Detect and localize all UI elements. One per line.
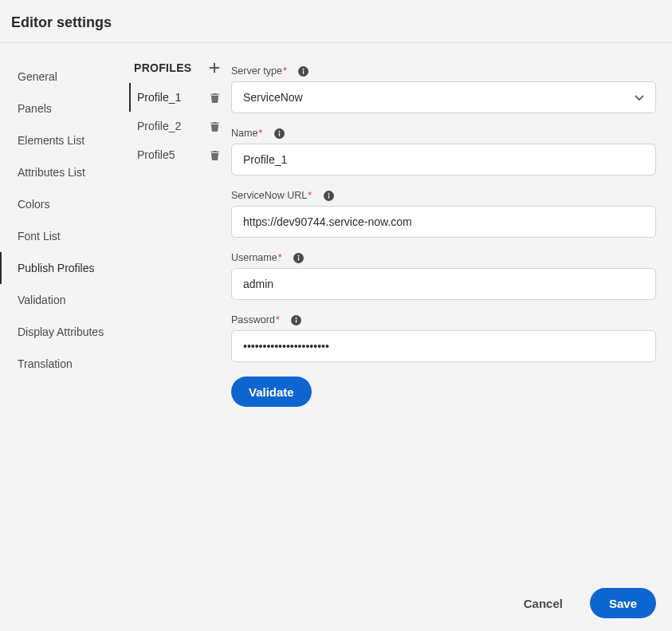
svg-point-10 (328, 192, 329, 194)
label-text: Username (231, 252, 277, 263)
profile-item-1[interactable]: Profile_1 (129, 83, 228, 112)
add-profile-button[interactable] (207, 61, 222, 75)
info-icon[interactable] (291, 314, 302, 325)
field-label: Username* (231, 252, 282, 263)
required-asterisk: * (258, 128, 262, 139)
label-text: Server type (231, 65, 282, 77)
nav-label: Panels (18, 102, 52, 115)
svg-point-4 (303, 68, 305, 69)
editor-settings-dialog: Editor settings General Panels Elements … (0, 0, 672, 631)
cancel-button[interactable]: Cancel (519, 596, 568, 611)
label-text: Name (231, 128, 257, 139)
label-text: Password (231, 314, 275, 325)
field-label: Name* (231, 128, 262, 139)
server-type-select-wrapper (231, 81, 656, 113)
profile-label: Profile_1 (137, 91, 181, 104)
profile-item-3[interactable]: Profile5 (129, 140, 228, 169)
info-icon[interactable] (293, 252, 305, 263)
settings-nav: General Panels Elements List Attributes … (0, 43, 129, 407)
svg-point-7 (278, 130, 280, 132)
nav-item-display-attributes[interactable]: Display Attributes (0, 316, 129, 348)
required-asterisk: * (283, 65, 287, 77)
field-password: Password* (231, 314, 656, 362)
nav-label: Validation (18, 294, 65, 306)
dialog-header: Editor settings (0, 0, 672, 43)
label-text: ServiceNow URL (231, 190, 307, 201)
profile-label: Profile5 (137, 148, 175, 161)
field-label-row: Name* (231, 128, 656, 139)
profile-label: Profile_2 (137, 120, 181, 132)
username-input[interactable] (231, 268, 656, 300)
nav-item-elements-list[interactable]: Elements List (0, 124, 129, 156)
field-label: Password* (231, 314, 280, 325)
info-icon[interactable] (323, 190, 334, 201)
field-username: Username* (231, 252, 656, 300)
nav-label: Font List (18, 230, 61, 243)
nav-item-colors[interactable]: Colors (0, 188, 129, 220)
nav-label: Publish Profiles (18, 262, 95, 274)
field-server-type: Server type* (231, 65, 656, 113)
nav-label: Colors (18, 198, 49, 211)
field-label: Server type* (231, 65, 287, 77)
url-input[interactable] (231, 206, 656, 238)
nav-label: Attributes List (18, 166, 85, 179)
plus-icon (208, 61, 221, 74)
profile-form: Server type* Name* (228, 43, 672, 407)
nav-item-translation[interactable]: Translation (0, 348, 129, 380)
server-type-select[interactable] (231, 81, 656, 113)
nav-item-font-list[interactable]: Font List (0, 220, 129, 252)
svg-rect-15 (296, 319, 297, 322)
validate-button[interactable]: Validate (231, 377, 312, 407)
required-asterisk: * (276, 314, 280, 325)
profile-item-2[interactable]: Profile_2 (129, 112, 228, 140)
nav-item-validation[interactable]: Validation (0, 284, 129, 316)
svg-rect-12 (298, 257, 299, 260)
nav-item-panels[interactable]: Panels (0, 93, 129, 124)
field-url: ServiceNow URL* (231, 190, 656, 238)
profiles-column: PROFILES Profile_1 Profile_2 (129, 43, 228, 407)
dialog-title: Editor settings (11, 14, 661, 31)
nav-label: Elements List (18, 134, 84, 147)
field-name: Name* (231, 128, 656, 175)
trash-icon (210, 93, 220, 103)
password-input[interactable] (231, 330, 656, 362)
delete-profile-button[interactable] (209, 92, 220, 103)
delete-profile-button[interactable] (209, 149, 220, 160)
nav-label: Display Attributes (18, 325, 104, 338)
info-icon[interactable] (273, 128, 285, 139)
nav-item-attributes-list[interactable]: Attributes List (0, 156, 129, 188)
svg-point-16 (296, 317, 297, 318)
nav-label: Translation (18, 357, 73, 370)
nav-item-general[interactable]: General (0, 61, 129, 93)
required-asterisk: * (308, 190, 312, 201)
svg-rect-1 (210, 67, 219, 69)
nav-item-publish-profiles[interactable]: Publish Profiles (0, 252, 129, 284)
svg-rect-9 (328, 195, 328, 198)
trash-icon (210, 121, 220, 132)
dialog-footer: Cancel Save (519, 588, 656, 618)
save-button[interactable]: Save (590, 588, 656, 618)
profiles-header: PROFILES (129, 61, 228, 83)
field-label-row: Username* (231, 252, 656, 263)
field-label: ServiceNow URL* (231, 190, 312, 201)
name-input[interactable] (231, 144, 656, 175)
svg-rect-3 (303, 70, 304, 73)
required-asterisk: * (278, 252, 282, 263)
field-label-row: Password* (231, 314, 656, 325)
trash-icon (210, 150, 220, 160)
field-label-row: Server type* (231, 65, 656, 77)
nav-label: General (18, 70, 57, 83)
delete-profile-button[interactable] (209, 120, 220, 132)
svg-point-13 (298, 254, 300, 256)
info-icon[interactable] (298, 65, 309, 77)
profiles-title: PROFILES (134, 61, 191, 74)
dialog-body: General Panels Elements List Attributes … (0, 43, 672, 407)
field-label-row: ServiceNow URL* (231, 190, 656, 201)
svg-rect-6 (279, 132, 280, 136)
